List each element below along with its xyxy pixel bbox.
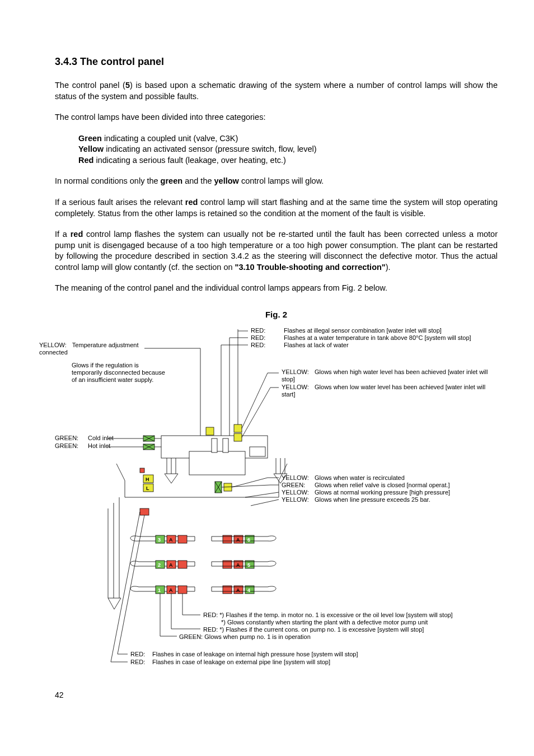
yellow-tag: YELLOW: xyxy=(282,474,313,482)
green-label: Green xyxy=(78,134,102,143)
section-heading: 3.4.3 The control panel xyxy=(55,56,498,68)
control-panel-diagram: H L 3 A A 6 xyxy=(55,329,514,674)
annot-text: Flashes at lack of water xyxy=(284,342,349,348)
annot-text: Glows when water is recirculated xyxy=(315,474,405,481)
annot-text: *) Flashes if the temp. in motor no. 1 i… xyxy=(219,612,452,618)
category-list: Green indicating a coupled unit (valve, … xyxy=(55,133,498,166)
yellow-tag: YELLOW: xyxy=(282,368,313,376)
annot-text: *) Flashes if the current cons. on pump … xyxy=(219,626,424,633)
svg-text:A: A xyxy=(236,537,240,543)
svg-text:A: A xyxy=(169,562,173,568)
svg-text:L: L xyxy=(146,486,149,491)
figure-title: Fig. 2 xyxy=(55,310,498,319)
para-2: The control lamps have been divided into… xyxy=(55,112,498,123)
svg-text:4: 4 xyxy=(247,587,250,593)
svg-rect-32 xyxy=(140,468,144,473)
annot-text: Flashes at a water temperature in tank a… xyxy=(284,334,471,341)
svg-text:6: 6 xyxy=(247,537,250,543)
svg-rect-2 xyxy=(250,447,265,456)
svg-rect-12 xyxy=(223,438,228,452)
para-1: The control panel (5) is based upon a sc… xyxy=(55,80,498,102)
svg-rect-38 xyxy=(178,535,187,543)
text-bold: red xyxy=(71,230,83,239)
text: If a xyxy=(55,230,71,239)
svg-text:H: H xyxy=(146,477,149,482)
svg-text:A: A xyxy=(169,537,173,543)
text-bold: "3.10 Trouble-shooting and correction" xyxy=(235,263,386,272)
red-tag: RED: xyxy=(203,626,218,633)
svg-rect-1 xyxy=(189,451,245,475)
annot-text: Hot inlet xyxy=(88,442,110,449)
para-5: If a red control lamp flashes the system… xyxy=(55,229,498,273)
svg-text:5: 5 xyxy=(247,562,250,568)
text: indicating an activated sensor (pressure… xyxy=(104,144,316,153)
svg-text:A: A xyxy=(169,587,173,593)
text: indicating a serious fault (leakage, ove… xyxy=(93,156,285,165)
annot-text: Glows at normal working pressure [high p… xyxy=(315,489,450,496)
annot-text: Cold inlet xyxy=(88,435,114,441)
yellow-tag: YELLOW: xyxy=(282,489,313,496)
red-tag: RED: xyxy=(130,651,151,658)
svg-rect-58 xyxy=(178,586,187,594)
text-bold: red xyxy=(185,198,198,207)
svg-text:3: 3 xyxy=(158,537,161,543)
svg-rect-35 xyxy=(140,508,149,515)
text: The control panel ( xyxy=(55,81,125,90)
yellow-tag: YELLOW: xyxy=(282,384,313,391)
text: control lamps will glow. xyxy=(239,176,324,185)
green-tag: GREEN: xyxy=(55,442,86,450)
annot-text: Flashes in case of leakage on external p… xyxy=(152,659,330,665)
svg-text:A: A xyxy=(236,562,240,568)
text: indicating a coupled unit (valve, C3K) xyxy=(102,134,238,143)
text: ). xyxy=(386,263,391,272)
annot-text: Glows when pump no. 1 is in operation xyxy=(204,633,311,640)
annot-text: Glows when line pressure exceeds 25 bar. xyxy=(315,496,430,503)
red-tag: RED: xyxy=(130,659,151,666)
text-bold: yellow xyxy=(214,176,239,185)
text-bold: green xyxy=(161,176,183,185)
red-tag: RED: xyxy=(203,612,218,618)
svg-rect-13 xyxy=(212,438,217,452)
text-bold: 5 xyxy=(125,81,130,90)
annot-text: *) Glows constantly when starting the pl… xyxy=(221,619,428,626)
para-3: In normal conditions only the green and … xyxy=(55,176,498,187)
annot-text: Glows when relief valve is closed [norma… xyxy=(315,482,450,488)
svg-rect-10 xyxy=(234,424,242,432)
red-label: Red xyxy=(78,156,93,165)
annot-text: Glows if the regulation is temporarily d… xyxy=(72,362,167,384)
svg-text:A: A xyxy=(236,587,240,593)
para-6: The meaning of the control panel and the… xyxy=(55,283,498,294)
svg-rect-48 xyxy=(178,561,187,568)
svg-rect-11 xyxy=(234,433,242,441)
yellow-tag: YELLOW: xyxy=(282,496,313,503)
green-tag: GREEN: xyxy=(55,435,86,442)
yellow-tag: YELLOW: xyxy=(39,342,71,349)
green-tag: GREEN: xyxy=(179,633,203,640)
yellow-label: Yellow xyxy=(78,144,104,153)
svg-text:2: 2 xyxy=(158,562,161,568)
text: If a serious fault arises the relevant xyxy=(55,198,185,207)
page-number: 42 xyxy=(55,690,498,699)
green-tag: GREEN: xyxy=(282,482,313,489)
red-tag: RED: xyxy=(251,327,282,334)
red-tag: RED: xyxy=(251,342,282,349)
annot-text: Flashes at illegal sensor combination [w… xyxy=(284,327,442,334)
red-tag: RED: xyxy=(251,334,282,342)
text: and the xyxy=(182,176,214,185)
text: In normal conditions only the xyxy=(55,176,161,185)
para-4: If a serious fault arises the relevant r… xyxy=(55,197,498,219)
svg-rect-9 xyxy=(206,427,214,435)
svg-text:1: 1 xyxy=(158,587,161,593)
annot-text: Flashes in case of leakage on internal h… xyxy=(152,651,358,657)
